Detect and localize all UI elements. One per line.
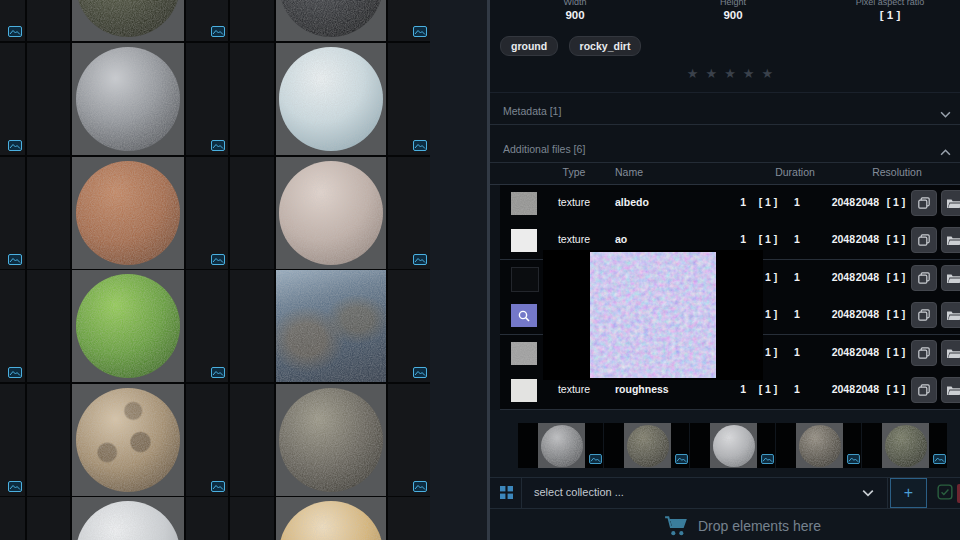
file-thumbnail[interactable] <box>511 192 537 215</box>
open-folder-button[interactable] <box>941 377 960 403</box>
material-preview[interactable] <box>276 497 386 540</box>
grid-cell[interactable] <box>388 270 430 382</box>
materials-grid <box>0 0 430 540</box>
copy-button[interactable] <box>911 227 937 253</box>
file-thumbnail[interactable] <box>511 379 537 402</box>
additional-files-section-header[interactable]: Additional files [6] <box>503 143 585 155</box>
copy-button[interactable] <box>911 340 937 366</box>
strip-item[interactable] <box>690 423 775 468</box>
material-preview[interactable] <box>72 384 184 496</box>
file-thumbnail[interactable] <box>511 267 539 292</box>
field-value-width[interactable]: 900 <box>535 9 615 21</box>
grid-cell[interactable] <box>230 157 274 269</box>
material-preview[interactable] <box>72 270 184 382</box>
strip-item[interactable] <box>862 423 947 468</box>
material-sphere-gray-gravel <box>76 47 180 151</box>
resolution-aspect: [ 1 ] <box>876 233 916 245</box>
strip-item[interactable] <box>776 423 861 468</box>
grid-cell[interactable] <box>388 43 430 155</box>
grid-cell[interactable] <box>0 384 25 496</box>
grid-cell[interactable] <box>186 157 228 269</box>
add-collection-button[interactable]: + <box>890 478 927 508</box>
open-folder-button[interactable] <box>941 227 960 253</box>
copy-button[interactable] <box>911 377 937 403</box>
copy-button[interactable] <box>911 190 937 216</box>
tag-ground[interactable]: ground <box>500 36 558 56</box>
collection-select[interactable]: select collection ... <box>521 478 888 508</box>
grid-cell[interactable] <box>0 43 25 155</box>
grid-cell[interactable] <box>27 497 70 540</box>
copy-button[interactable] <box>911 265 937 291</box>
grid-cell[interactable] <box>0 0 25 41</box>
open-folder-button[interactable] <box>941 302 960 328</box>
grid-cell[interactable] <box>27 384 70 496</box>
save-collection-button[interactable] <box>934 482 956 504</box>
texture-preview-popup <box>543 250 763 380</box>
metadata-section-header[interactable]: Metadata [1] <box>503 105 561 117</box>
grid-cell[interactable] <box>388 384 430 496</box>
grid-cell[interactable] <box>186 43 228 155</box>
grid-cell[interactable] <box>388 157 430 269</box>
strip-item[interactable] <box>518 423 603 468</box>
field-value-pixel-aspect[interactable]: [ 1 ] <box>830 9 950 21</box>
grid-cell[interactable] <box>27 270 70 382</box>
material-preview[interactable] <box>72 157 184 269</box>
image-badge-icon <box>211 140 225 151</box>
grid-cell[interactable] <box>27 157 70 269</box>
file-thumbnail[interactable] <box>511 342 537 365</box>
grid-cell[interactable] <box>186 0 228 41</box>
strip-thumbnail[interactable] <box>882 423 929 468</box>
grid-cell[interactable] <box>186 497 228 540</box>
strip-thumbnail[interactable] <box>624 423 671 468</box>
grid-cell[interactable] <box>186 270 228 382</box>
material-preview[interactable] <box>72 497 184 540</box>
material-preview[interactable] <box>276 43 386 155</box>
strip-item[interactable] <box>604 423 689 468</box>
tag-rocky-dirt[interactable]: rocky_dirt <box>569 36 642 56</box>
zoom-thumbnail[interactable] <box>511 304 537 327</box>
material-preview[interactable] <box>276 384 386 496</box>
grid-cell[interactable] <box>230 270 274 382</box>
grid-cell[interactable] <box>230 384 274 496</box>
grid-cell[interactable] <box>388 0 430 41</box>
grid-cell[interactable] <box>27 43 70 155</box>
grid-view-button[interactable] <box>494 482 518 506</box>
file-row-albedo[interactable]: texture albedo 1 [ 1 ] 1 2048 2048 [ 1 ] <box>500 185 960 223</box>
chevron-down-icon[interactable] <box>940 111 951 118</box>
image-badge-icon <box>675 454 688 464</box>
grid-cell[interactable] <box>0 497 25 540</box>
star-icon[interactable]: ★ <box>758 66 777 81</box>
star-icon[interactable]: ★ <box>702 66 721 81</box>
star-icon[interactable]: ★ <box>721 66 740 81</box>
material-preview[interactable] <box>276 0 386 41</box>
open-folder-button[interactable] <box>941 265 960 291</box>
star-icon[interactable]: ★ <box>739 66 758 81</box>
drop-elements-label[interactable]: Drop elements here <box>698 518 821 534</box>
open-folder-button[interactable] <box>941 190 960 216</box>
grid-cell[interactable] <box>27 0 70 41</box>
strip-thumbnail[interactable] <box>710 423 757 468</box>
copy-button[interactable] <box>911 302 937 328</box>
material-preview[interactable] <box>276 270 386 382</box>
field-value-height[interactable]: 900 <box>693 9 773 21</box>
grid-cell[interactable] <box>230 497 274 540</box>
grid-cell[interactable] <box>388 497 430 540</box>
grid-cell[interactable] <box>230 0 274 41</box>
rating-stars[interactable]: ★★★★★ <box>682 64 778 82</box>
grid-cell[interactable] <box>0 270 25 382</box>
grid-cell[interactable] <box>0 157 25 269</box>
grid-cell[interactable] <box>230 43 274 155</box>
star-icon[interactable]: ★ <box>683 66 702 81</box>
chevron-down-icon[interactable] <box>862 489 874 497</box>
strip-thumbnail[interactable] <box>538 423 585 468</box>
grid-cell[interactable] <box>186 384 228 496</box>
open-folder-button[interactable] <box>941 340 960 366</box>
chevron-up-icon[interactable] <box>940 149 951 156</box>
duration-fps: 1 <box>782 308 812 320</box>
col-header-type: Type <box>544 166 604 178</box>
material-preview[interactable] <box>72 0 184 41</box>
material-preview[interactable] <box>72 43 184 155</box>
file-thumbnail[interactable] <box>511 229 537 252</box>
strip-thumbnail[interactable] <box>796 423 843 468</box>
material-preview[interactable] <box>276 157 386 269</box>
